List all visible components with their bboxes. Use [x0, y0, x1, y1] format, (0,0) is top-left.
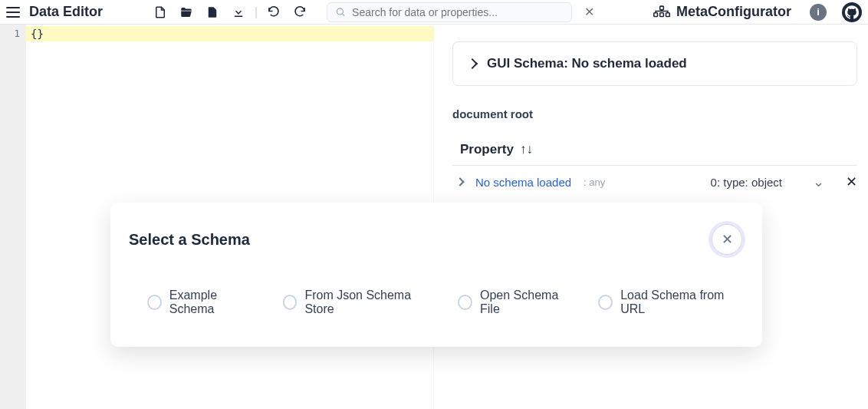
document-root-label: document root: [452, 107, 857, 120]
svg-point-0: [337, 8, 343, 15]
svg-rect-2: [660, 12, 664, 16]
modal-close-button[interactable]: ✕: [712, 224, 742, 255]
toolbar: Data Editor | ✕: [0, 0, 868, 25]
brand-icon: [653, 5, 670, 19]
toolbar-divider: |: [250, 5, 262, 19]
property-header[interactable]: Property ↑↓: [452, 142, 857, 166]
app-title: Data Editor: [29, 4, 103, 20]
option-load-schema-url[interactable]: Load Schema from URL: [598, 289, 742, 316]
toolbar-file-group: [153, 5, 245, 19]
option-open-schema-file[interactable]: Open Schema File: [458, 289, 574, 316]
undo-icon[interactable]: [267, 5, 281, 19]
new-file-icon[interactable]: [153, 5, 167, 19]
svg-rect-4: [660, 6, 664, 10]
sort-icon[interactable]: ↑↓: [520, 142, 533, 157]
radio-icon: [147, 295, 162, 310]
radio-icon: [598, 295, 613, 310]
option-json-schema-store[interactable]: From Json Schema Store: [283, 289, 434, 316]
schema-status-text: GUI Schema: No schema loaded: [487, 56, 687, 71]
property-any-tag: : any: [584, 176, 605, 188]
option-label: From Json Schema Store: [304, 289, 433, 316]
brand: MetaConfigurator: [653, 4, 791, 20]
property-row: No schema loaded : any 0: type: object ⌄…: [452, 166, 857, 198]
search-input[interactable]: [352, 6, 564, 18]
option-label: Open Schema File: [480, 289, 574, 316]
redo-icon[interactable]: [293, 5, 307, 19]
code-line-1[interactable]: {}: [26, 26, 433, 41]
svg-rect-3: [666, 12, 670, 16]
github-icon[interactable]: [842, 2, 862, 22]
chevron-right-icon: [467, 58, 478, 69]
chevron-right-icon[interactable]: [455, 177, 464, 186]
search-field[interactable]: [327, 2, 572, 22]
svg-rect-1: [654, 12, 658, 16]
clear-search-icon[interactable]: ✕: [584, 5, 594, 19]
option-example-schema[interactable]: Example Schema: [147, 289, 258, 316]
brand-label: MetaConfigurator: [676, 4, 791, 20]
schema-options: Example Schema From Json Schema Store Op…: [129, 289, 742, 316]
radio-icon: [458, 295, 472, 310]
editor-gutter: 1: [0, 25, 26, 409]
toolbar-history-group: [267, 5, 307, 19]
menu-icon[interactable]: [6, 7, 20, 18]
schema-status-box[interactable]: GUI Schema: No schema loaded: [452, 41, 857, 86]
delete-row-icon[interactable]: ✕: [846, 173, 857, 190]
info-icon[interactable]: i: [810, 4, 827, 21]
search-icon: [335, 6, 346, 18]
radio-icon: [283, 295, 298, 310]
option-label: Example Schema: [169, 289, 258, 316]
property-type-value[interactable]: 0: type: object: [711, 176, 782, 189]
import-icon[interactable]: [205, 5, 219, 19]
download-icon[interactable]: [232, 5, 245, 19]
open-folder-icon[interactable]: [179, 5, 193, 19]
modal-title: Select a Schema: [129, 231, 250, 249]
select-schema-modal: Select a Schema ✕ Example Schema From Js…: [110, 203, 762, 347]
line-number: 1: [0, 27, 20, 41]
property-header-label: Property: [460, 142, 514, 157]
option-label: Load Schema from URL: [620, 289, 742, 316]
chevron-down-icon[interactable]: ⌄: [813, 173, 824, 190]
property-name[interactable]: No schema loaded: [475, 176, 571, 189]
